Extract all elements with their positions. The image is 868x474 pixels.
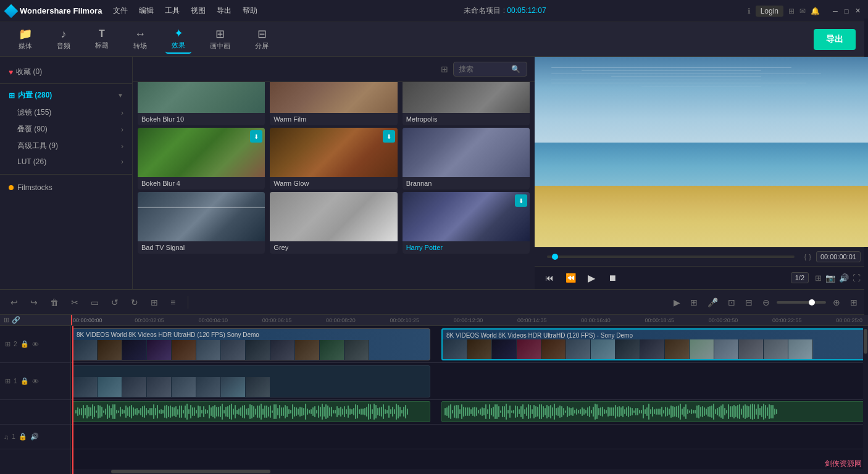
waveform-bar — [691, 409, 692, 415]
grid-view-icon[interactable]: ⊞ — [788, 7, 795, 15]
beach-area — [535, 186, 868, 247]
waveform-bar — [672, 406, 674, 417]
delete-tool[interactable]: 🗑 — [47, 296, 62, 309]
sidebar-favorites[interactable]: ♥ 收藏 (0) — [0, 63, 132, 81]
sidebar-overlays[interactable]: 叠覆 (90) › — [0, 121, 132, 138]
sidebar-lut[interactable]: LUT (26) › — [0, 154, 132, 169]
message-icon[interactable]: ✉ — [799, 7, 806, 15]
waveform-bar — [322, 404, 323, 420]
smart-cutout-icon[interactable]: ▶ — [670, 296, 683, 309]
fullscreen-icon[interactable]: ⊞ — [815, 273, 822, 283]
effect-item-bad-tv[interactable]: Bad TV Signal — [138, 192, 265, 254]
search-input[interactable] — [459, 65, 508, 73]
zoom-out-icon[interactable]: ⊖ — [759, 296, 773, 309]
add-text-icon[interactable]: ⊡ — [725, 296, 738, 309]
keyframe-tool[interactable]: ⊞ — [148, 296, 161, 309]
toolbar-transition[interactable]: ↔ 转场 — [127, 26, 153, 53]
info-icon[interactable]: ℹ — [748, 7, 751, 15]
effect-item-warm-glow[interactable]: ⬇ Warm Glow — [270, 128, 397, 189]
timeline-horizontal-scrollbar[interactable] — [71, 469, 868, 474]
maximize-button[interactable]: □ — [842, 7, 851, 15]
track2-clip1[interactable]: 8K VIDEOS World 8K Videos HDR UltraHD (1… — [72, 328, 430, 360]
waveform-bar — [472, 407, 474, 416]
effect-item-metropolis[interactable]: Metropolis — [403, 82, 530, 125]
play-to-start-button[interactable]: ⏮ — [542, 270, 557, 285]
expand-icon[interactable]: ⛶ — [853, 273, 861, 283]
toolbar-media[interactable]: 📁 媒体 — [12, 26, 38, 53]
music1-lock-icon[interactable]: 🔒 — [19, 433, 27, 441]
toolbar-audio[interactable]: ♪ 音频 — [51, 26, 77, 53]
waveform-bar — [696, 405, 698, 418]
zoom-in-icon[interactable]: ⊕ — [830, 296, 843, 309]
track1-grid-icon[interactable]: ⊞ — [5, 377, 10, 385]
timeline-vertical-scrollbar[interactable] — [863, 326, 868, 469]
sidebar-filters[interactable]: 滤镜 (155) › — [0, 104, 132, 121]
crop-tool[interactable]: ▭ — [88, 296, 102, 309]
sidebar-advanced-tools[interactable]: 高级工具 (9) › — [0, 138, 132, 154]
export-button[interactable]: 导出 — [814, 29, 856, 50]
menu-edit[interactable]: 编辑 — [134, 3, 159, 19]
menu-file[interactable]: 文件 — [108, 3, 133, 19]
menu-help[interactable]: 帮助 — [238, 3, 262, 19]
waveform-bar — [205, 409, 206, 414]
bell-icon[interactable]: 🔔 — [811, 7, 820, 15]
track2-clip2[interactable]: 8K VIDEOS World 8K Videos HDR UltraHD (1… — [441, 328, 868, 360]
preview-seekbar[interactable] — [547, 256, 795, 258]
split-audio-tool[interactable]: ≡ — [167, 296, 178, 309]
minimize-button[interactable]: ─ — [831, 7, 840, 15]
zoom-slider[interactable] — [777, 301, 826, 304]
menu-export[interactable]: 导出 — [212, 3, 236, 19]
waveform-bar — [543, 406, 544, 417]
toolbar-split[interactable]: ⊟ 分屏 — [249, 26, 275, 53]
effect-item-grey[interactable]: Grey — [270, 192, 397, 254]
step-back-button[interactable]: ⏪ — [563, 270, 578, 285]
effect-item-warm-film[interactable]: Warm Film — [270, 82, 397, 125]
layer-icon[interactable]: ⊞ — [687, 296, 701, 309]
grid-view-toggle[interactable]: ⊞ — [441, 64, 448, 74]
track1-lock-icon[interactable]: 🔒 — [20, 377, 29, 385]
login-button[interactable]: Login — [756, 6, 783, 17]
playback-ratio[interactable]: 1/2 — [791, 272, 809, 283]
track2-grid-icon[interactable]: ⊞ — [5, 340, 10, 348]
waveform-bar — [340, 407, 341, 416]
add-track-icon[interactable]: ⊞ — [4, 316, 9, 324]
track-1-row — [71, 363, 868, 400]
stop-button[interactable]: ⏹ — [605, 270, 620, 285]
track1-clip1[interactable] — [72, 365, 430, 397]
snapshot-icon[interactable]: 📷 — [825, 273, 835, 283]
builtin-icon: ⊞ — [9, 91, 15, 100]
undo-button[interactable]: ↩ — [7, 296, 21, 309]
play-button[interactable]: ▶ — [584, 270, 599, 285]
track2-lock-icon[interactable]: 🔒 — [20, 340, 29, 348]
waveform-bar — [585, 410, 586, 414]
waveform-bar — [478, 410, 479, 414]
undo2-tool[interactable]: ↺ — [108, 296, 122, 309]
waveform-bar — [591, 410, 592, 413]
record-icon[interactable]: 🎤 — [704, 296, 721, 309]
effect-item-bokeh4[interactable]: ⬇ Bokeh Blur 4 — [138, 128, 265, 189]
sidebar-filmstocks[interactable]: Filmstocks — [0, 180, 132, 196]
effect-item-harry-potter[interactable]: ⬇ Harry Potter — [403, 192, 530, 254]
cut-tool[interactable]: ✂ — [68, 296, 81, 309]
track2-eye-icon[interactable]: 👁 — [32, 341, 39, 348]
close-button[interactable]: ✕ — [853, 7, 862, 15]
toolbar-effects[interactable]: ✦ 效果 — [165, 25, 191, 54]
effect-item-brannan[interactable]: Brannan — [403, 128, 530, 189]
mosaic-icon[interactable]: ⊟ — [742, 296, 756, 309]
toolbar-title[interactable]: T 标题 — [89, 27, 115, 52]
waveform-bar — [537, 407, 538, 416]
effect-item-bokeh-blur-10[interactable]: Bokeh Blur 10 — [138, 82, 265, 125]
track1-eye-icon[interactable]: 👁 — [32, 378, 39, 385]
menu-view[interactable]: 视图 — [186, 3, 211, 19]
track-link-icon[interactable]: 🔗 — [12, 316, 20, 324]
music1-volume-icon[interactable]: 🔊 — [30, 433, 39, 441]
timeline-settings-icon[interactable]: ⊞ — [847, 296, 861, 309]
menu-tools[interactable]: 工具 — [160, 3, 185, 19]
audio-clip-2[interactable] — [441, 401, 868, 422]
redo-button[interactable]: ↪ — [27, 296, 41, 309]
toolbar-pip[interactable]: ⊞ 画中画 — [204, 26, 236, 53]
redo2-tool[interactable]: ↻ — [128, 296, 141, 309]
volume-icon[interactable]: 🔊 — [839, 273, 849, 283]
sidebar-builtin-group[interactable]: ⊞ 内置 (280) ▼ — [0, 86, 132, 104]
audio-clip-1[interactable] — [72, 401, 430, 422]
